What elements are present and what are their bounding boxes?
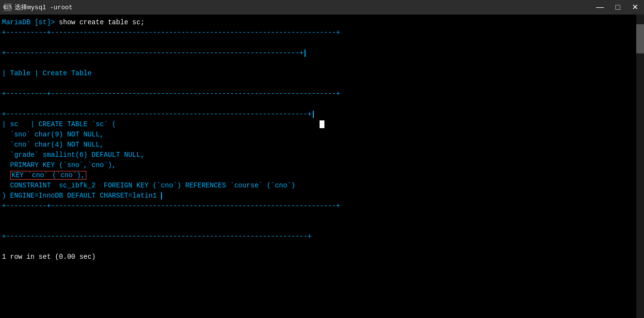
prompt-text: MariaDB [st]>	[2, 18, 55, 26]
blank-4	[2, 99, 642, 109]
data-row-engine: ) ENGINE=InnoDB DEFAULT CHARSET=latin1	[2, 191, 642, 201]
title-bar-controls: — □ ✕	[594, 3, 640, 11]
separator-line-1: +----------+----------------------------…	[2, 28, 642, 38]
terminal-icon: C:\	[4, 3, 12, 11]
scrollbar-thumb[interactable]	[636, 24, 644, 53]
title-bar-left: C:\ 选择mysql -uroot	[4, 3, 73, 12]
blank-5	[2, 211, 642, 221]
minimize-button[interactable]: —	[594, 3, 606, 11]
result-line: 1 row in set (0.00 sec)	[2, 252, 642, 262]
data-row-constraint: CONSTRAINT sc_ibfk_2 FOREIGN KEY (`cno`)…	[2, 181, 642, 191]
data-row-pk: PRIMARY KEY (`sno`,`cno`),	[2, 160, 642, 170]
header-separator: +----------+----------------------------…	[2, 89, 642, 99]
maximize-button[interactable]: □	[613, 3, 622, 11]
window-title: 选择mysql -uroot	[15, 3, 73, 12]
blank-1	[2, 38, 642, 48]
data-row-grade: `grade` smallint(6) DEFAULT NULL,	[2, 150, 642, 160]
scrollbar[interactable]	[636, 15, 644, 318]
data-row-sno: `sno` char(9) NOT NULL,	[2, 130, 642, 140]
data-row-sc: | sc | CREATE TABLE `sc` (	[2, 119, 642, 130]
blank-3	[2, 79, 642, 89]
title-bar: C:\ 选择mysql -uroot — □ ✕	[0, 0, 644, 15]
terminal-window: C:\ 选择mysql -uroot — □ ✕ MariaDB [st]> s…	[0, 0, 644, 318]
data-row-cno: `cno` char(4) NOT NULL,	[2, 140, 642, 150]
lower-separator: +---------------------------------------…	[2, 232, 642, 242]
table-header-row: | Table | Create Table	[2, 68, 642, 79]
command-text: show create table sc;	[55, 18, 145, 26]
close-button[interactable]: ✕	[630, 3, 640, 11]
blank-2	[2, 58, 642, 68]
bottom-separator-1: +----------+----------------------------…	[2, 201, 642, 211]
separator-line-2: +---------------------------------------…	[2, 48, 642, 58]
terminal-body: MariaDB [st]> show create table sc; +---…	[0, 15, 644, 318]
data-row-key: KEY `cno` (`cno`),	[2, 170, 642, 181]
prompt-line: MariaDB [st]> show create table sc;	[2, 17, 642, 28]
blank-7	[2, 242, 642, 252]
blank-6	[2, 221, 642, 232]
inner-separator: +---------------------------------------…	[2, 109, 642, 119]
